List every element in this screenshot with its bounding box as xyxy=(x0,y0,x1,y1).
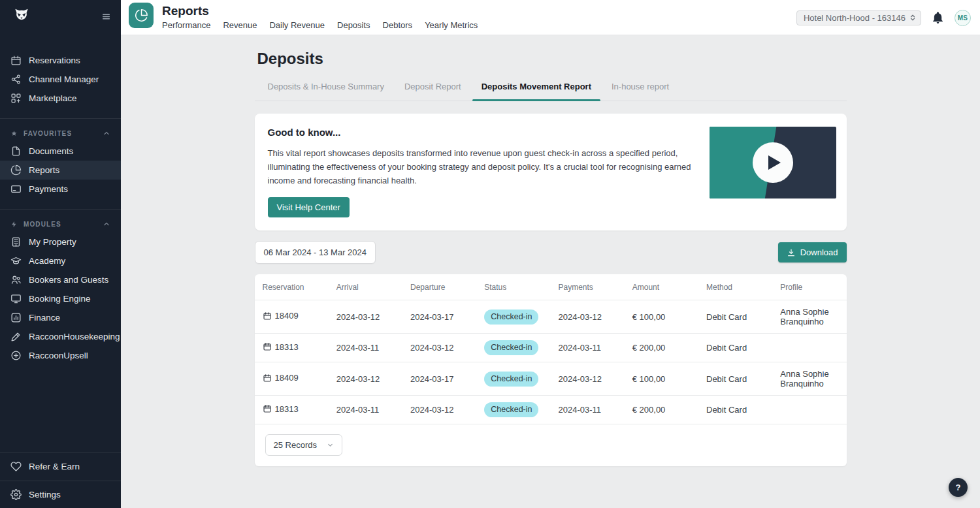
arrival-cell: 2024-03-12 xyxy=(329,300,402,334)
heart-icon xyxy=(10,461,22,472)
method-cell: Debit Card xyxy=(698,396,772,424)
reservation-link[interactable]: 18409 xyxy=(263,311,299,321)
sidebar-item-finance[interactable]: Finance xyxy=(0,308,121,327)
graduation-cap-icon xyxy=(10,255,22,266)
amount-cell: € 200,00 xyxy=(625,396,698,424)
sidebar-item-academy[interactable]: Academy xyxy=(0,251,121,270)
menu-toggle-icon[interactable] xyxy=(101,12,111,21)
sidebar-item-marketplace[interactable]: Marketplace xyxy=(0,89,121,108)
table-body: 184092024-03-122024-03-17Checked-in2024-… xyxy=(255,300,847,424)
records-per-page-select[interactable]: 25 Records xyxy=(265,434,342,456)
tab-deposits[interactable]: Deposits xyxy=(337,20,370,30)
profile-cell: Anna Sophie Branquinho xyxy=(772,300,846,334)
date-range-picker[interactable]: 06 Mar 2024 - 13 Mar 2024 xyxy=(255,241,376,264)
reservation-id: 18313 xyxy=(275,404,299,414)
sidebar-item-my-property[interactable]: My Property xyxy=(0,232,121,251)
amount-cell: € 100,00 xyxy=(625,300,698,334)
bar-chart-icon xyxy=(10,312,22,323)
sidebar-item-documents[interactable]: Documents xyxy=(0,142,121,161)
sidebar-item-label: RaccoonHousekeeping xyxy=(29,332,120,341)
subtab-deposit-report[interactable]: Deposit Report xyxy=(404,82,461,101)
sidebar-item-booking-engine[interactable]: Booking Engine xyxy=(0,289,121,308)
sidebar-item-label: Settings xyxy=(29,490,61,500)
user-avatar[interactable]: MS xyxy=(955,10,971,26)
sidebar-item-reports[interactable]: Reports xyxy=(0,161,121,180)
status-badge: Checked-in xyxy=(484,402,538,417)
raccoon-logo-icon xyxy=(14,8,29,20)
play-button-icon[interactable] xyxy=(753,142,793,183)
channel-manager-icon xyxy=(10,74,22,85)
method-cell: Debit Card xyxy=(698,334,772,362)
reservation-link[interactable]: 18313 xyxy=(263,342,299,352)
good-to-know-card: Good to know... This vital report showca… xyxy=(255,114,847,230)
subtab-deposits-in-house-summary[interactable]: Deposits & In-House Summary xyxy=(268,82,384,101)
payments-cell: 2024-03-11 xyxy=(551,334,625,362)
tab-revenue[interactable]: Revenue xyxy=(223,20,257,30)
hotel-selector[interactable]: Hotel North-Hood - 163146 xyxy=(796,10,921,25)
profile-cell xyxy=(772,396,846,424)
departure-cell: 2024-03-17 xyxy=(402,362,476,396)
reservation-id: 18409 xyxy=(275,311,299,321)
tab-daily-revenue[interactable]: Daily Revenue xyxy=(269,20,325,30)
sidebar-item-refer-and-earn[interactable]: Refer & Earn xyxy=(0,452,121,481)
sidebar-nav: Reservations Channel Manager Marketplace… xyxy=(0,51,121,365)
chevron-down-icon xyxy=(327,441,334,449)
departure-cell: 2024-03-12 xyxy=(402,334,476,362)
sidebar-item-reservations[interactable]: Reservations xyxy=(0,51,121,70)
subtab-deposits-movement-report[interactable]: Deposits Movement Report xyxy=(482,82,591,101)
tab-yearly-metrics[interactable]: Yearly Metrics xyxy=(425,20,478,30)
reservation-link[interactable]: 18409 xyxy=(263,373,299,383)
sidebar-item-settings[interactable]: Settings xyxy=(0,481,121,508)
sidebar-item-raccoonhousekeeping[interactable]: RaccoonHousekeeping xyxy=(0,327,121,346)
brush-icon xyxy=(10,331,22,342)
plus-circle-icon xyxy=(10,350,22,361)
modules-section-header[interactable]: MODULES xyxy=(0,215,121,232)
sidebar-item-channel-manager[interactable]: Channel Manager xyxy=(0,70,121,89)
amount-cell: € 200,00 xyxy=(625,334,698,362)
info-card-body: This vital report showcases deposits tra… xyxy=(268,146,696,187)
sidebar-footer: Refer & Earn Settings xyxy=(0,452,121,508)
chevron-up-icon xyxy=(103,129,110,137)
sidebar-item-bookers-and-guests[interactable]: Bookers and Guests xyxy=(0,270,121,289)
favourites-section-header[interactable]: FAVOURITES xyxy=(0,125,121,142)
tutorial-video-thumbnail[interactable] xyxy=(710,127,836,198)
sidebar-item-label: Refer & Earn xyxy=(29,462,80,471)
pie-chart-icon xyxy=(135,8,148,22)
app-title: Reports xyxy=(162,4,209,18)
visit-help-center-button[interactable]: Visit Help Center xyxy=(268,197,350,217)
sidebar-item-payments[interactable]: Payments xyxy=(0,180,121,198)
calendar-icon xyxy=(263,373,272,383)
reports-app-badge xyxy=(129,3,154,28)
column-header-departure: Departure xyxy=(402,274,476,300)
column-header-payments: Payments xyxy=(551,274,625,300)
help-button[interactable]: ? xyxy=(949,478,968,497)
payments-cell: 2024-03-11 xyxy=(551,396,625,424)
calendar-icon xyxy=(263,404,272,413)
column-header-amount: Amount xyxy=(625,274,698,300)
tab-performance[interactable]: Performance xyxy=(162,20,210,30)
notifications-bell-icon[interactable] xyxy=(931,10,945,25)
payments-cell: 2024-03-12 xyxy=(551,362,625,396)
table-row: 183132024-03-112024-03-12Checked-in2024-… xyxy=(255,396,847,424)
method-cell: Debit Card xyxy=(698,362,772,396)
deposits-table-card: Reservation Arrival Departure Status Pay… xyxy=(255,274,847,466)
sidebar-header xyxy=(0,0,121,34)
reservation-link[interactable]: 18313 xyxy=(263,404,299,414)
download-button[interactable]: Download xyxy=(778,242,847,262)
sidebar: Reservations Channel Manager Marketplace… xyxy=(0,0,121,508)
sidebar-item-label: Documents xyxy=(29,146,73,156)
pie-chart-icon xyxy=(10,165,22,176)
users-icon xyxy=(10,274,22,285)
subtab-in-house-report[interactable]: In-house report xyxy=(612,82,669,101)
sidebar-item-label: Marketplace xyxy=(29,93,77,103)
table-row: 184092024-03-122024-03-17Checked-in2024-… xyxy=(255,362,847,396)
topbar: Reports Performance Revenue Daily Revenu… xyxy=(121,0,980,35)
deposits-table: Reservation Arrival Departure Status Pay… xyxy=(255,274,847,424)
sidebar-item-label: RaccoonUpsell xyxy=(29,351,88,360)
tab-debtors[interactable]: Debtors xyxy=(383,20,413,30)
sidebar-item-raccoonupsell[interactable]: RaccoonUpsell xyxy=(0,346,121,365)
play-triangle-icon xyxy=(768,155,781,170)
report-tabs: Performance Revenue Daily Revenue Deposi… xyxy=(162,20,478,30)
payments-cell: 2024-03-12 xyxy=(551,300,625,334)
profile-cell: Anna Sophie Branquinho xyxy=(772,362,846,396)
